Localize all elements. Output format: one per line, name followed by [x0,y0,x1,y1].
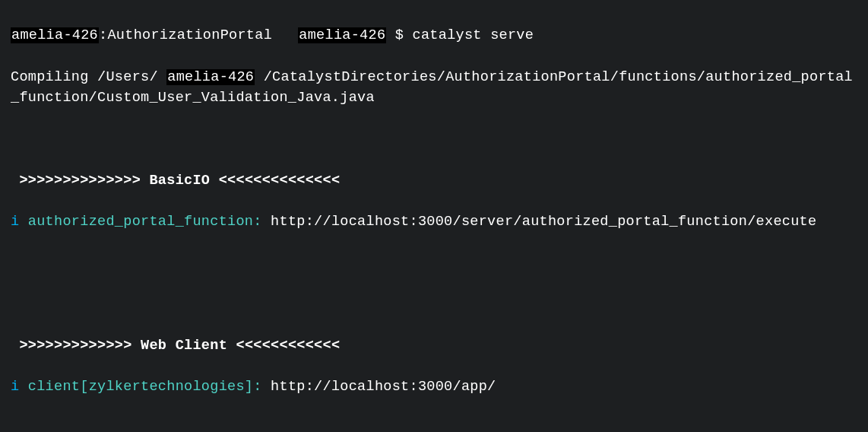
compile-prefix: Compiling /Users/ [11,69,158,85]
blank-line [11,418,860,432]
terminal-output[interactable]: amelia-426:AuthorizationPortal amelia-42… [0,0,868,432]
info-icon: i [11,379,19,395]
compile-user: amelia-426 [166,69,255,85]
webclient-header: >>>>>>>>>>>>> Web Client <<<<<<<<<<<< [11,335,860,356]
header-arrows-right: <<<<<<<<<<<<<< [219,173,341,189]
prompt-dir: AuthorizationPortal [107,27,272,43]
blank-line [11,129,860,149]
basicio-label: authorized_portal_function: [28,214,262,230]
webclient-label: client[zylkertechnologies]: [28,379,262,395]
header-label: BasicIO [149,173,210,189]
basicio-url: http://localhost:3000/server/authorized_… [271,214,816,230]
prompt-symbol: $ [395,27,404,43]
header-label: Web Client [141,338,227,354]
header-arrows-left: >>>>>>>>>>>>>> [19,173,141,189]
prompt-command: catalyst serve [413,27,534,43]
prompt-line: amelia-426:AuthorizationPortal amelia-42… [11,25,860,46]
header-arrows-right: <<<<<<<<<<<< [236,338,340,354]
blank-line [11,294,860,315]
webclient-url: http://localhost:3000/app/ [271,379,496,395]
prompt-user: amelia-426 [11,27,99,43]
webclient-info-line: i client[zylkertechnologies]: http://loc… [11,376,860,397]
basicio-info-line: i authorized_portal_function: http://loc… [11,211,860,232]
info-icon: i [11,214,19,230]
basicio-header: >>>>>>>>>>>>>> BasicIO <<<<<<<<<<<<<< [11,170,860,191]
prompt-sep: : [99,27,107,43]
blank-line [11,253,860,273]
prompt-user2: amelia-426 [298,27,386,43]
header-arrows-left: >>>>>>>>>>>>> [19,338,131,354]
compile-line: Compiling /Users/ amelia-426 /CatalystDi… [11,67,860,108]
